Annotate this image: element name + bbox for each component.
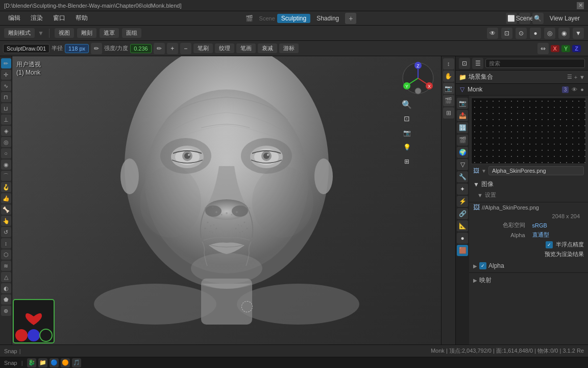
alpha-section-header[interactable]: ▶ ✓ Alpha	[473, 261, 584, 270]
object-select-icon[interactable]: ●	[580, 86, 584, 93]
mode-dropdown[interactable]: 雕刻模式	[4, 28, 35, 38]
draw-face-sets-tool[interactable]: ⬟	[1, 294, 11, 305]
image-dropdown-arrow[interactable]: ▼	[481, 168, 486, 174]
material-mode-icon[interactable]: ◎	[544, 28, 555, 39]
close-button[interactable]: ✕	[577, 2, 584, 9]
crease-tool[interactable]: ⌒	[1, 171, 11, 181]
tab-sculpting[interactable]: Sculpting	[277, 14, 310, 23]
camera-btn[interactable]: 📷	[400, 126, 413, 140]
face-sets-btn[interactable]: 面组	[122, 28, 141, 38]
modifier-prop-tab[interactable]: 🔧	[457, 171, 468, 182]
rendered-mode-icon[interactable]: ◉	[558, 28, 570, 39]
scene-filter-btn[interactable]: ☰	[567, 74, 572, 80]
brush-btn[interactable]: 笔刷	[193, 43, 213, 53]
color-space-value[interactable]: sRGB	[532, 222, 580, 228]
menu-item-edit[interactable]: 编辑	[4, 13, 24, 24]
music-app[interactable]: 🎵	[72, 358, 81, 367]
particles-prop-tab[interactable]: ✦	[457, 183, 468, 195]
material-prop-tab[interactable]: ●	[457, 233, 468, 244]
mask-brush-tool[interactable]: ◐	[1, 283, 11, 293]
scene-select-icon[interactable]: Scene	[519, 13, 530, 24]
render-mode-icon[interactable]: ⊙	[516, 28, 527, 39]
props-search-input[interactable]	[485, 59, 585, 68]
hand-tool-btn[interactable]: ✋	[443, 71, 454, 82]
folder-app[interactable]: 📁	[38, 358, 47, 367]
xray-icon[interactable]: ⊡	[501, 28, 512, 39]
grid-btn[interactable]: ⊞	[400, 155, 413, 168]
render-prop-tab[interactable]: 📷	[457, 98, 468, 109]
object-expand-icon[interactable]: ▽	[460, 86, 464, 93]
snake-hook-tool[interactable]: 🪝	[1, 182, 11, 192]
nudge-tool[interactable]: 👆	[1, 216, 11, 226]
add-tab-button[interactable]: +	[345, 13, 356, 24]
output-prop-tab[interactable]: 📤	[457, 110, 468, 121]
fill-tool[interactable]: ⊔	[1, 103, 11, 113]
texture-btn[interactable]: 纹理	[215, 43, 234, 53]
move-tool-btn[interactable]: ↕	[443, 58, 454, 70]
transform-tool[interactable]: ⊕	[1, 306, 11, 316]
data-prop-tab[interactable]: 📐	[457, 220, 468, 232]
object-visible-icon[interactable]: 👁	[572, 86, 577, 93]
axis-gizmo[interactable]: Z X Y	[400, 60, 436, 96]
radius-edit-icon[interactable]: ✏	[91, 43, 102, 54]
render-btn[interactable]: 🎬	[443, 95, 454, 106]
light-btn[interactable]: 💡	[400, 141, 413, 154]
search-icon[interactable]: 🔍	[532, 13, 544, 24]
draw-tool[interactable]: ✏	[1, 58, 11, 68]
half-float-checkbox[interactable]: ✓	[546, 241, 553, 248]
strength-value[interactable]: 0.236	[130, 44, 152, 53]
scene-more-btn[interactable]: ▼	[579, 74, 585, 80]
simplify-tool[interactable]: △	[1, 272, 11, 282]
mask-btn[interactable]: 遮罩	[100, 28, 119, 38]
grid-tool-btn[interactable]: ⊞	[443, 107, 454, 119]
smooth-tool[interactable]: ∿	[1, 81, 11, 91]
texture-prop-tab[interactable]: 🟫	[457, 245, 468, 256]
overlay-icon[interactable]: 👁	[487, 28, 498, 39]
sculpt-btn[interactable]: 雕刻	[77, 28, 96, 38]
strength-edit-icon[interactable]: ✏	[154, 43, 165, 54]
alpha-type-value[interactable]: 直通型	[532, 231, 580, 239]
menu-item-render[interactable]: 渲染	[27, 13, 47, 24]
stroke-btn[interactable]: 笔画	[236, 43, 256, 53]
viewport[interactable]: 用户透视 (1) Monk Z X	[12, 56, 441, 344]
solid-mode-icon[interactable]: ●	[530, 28, 541, 39]
scene-add-btn[interactable]: +	[574, 74, 577, 80]
boundary-tool[interactable]: ⬡	[1, 249, 11, 260]
viewport-icon[interactable]: ⬜	[506, 13, 517, 24]
viewport-options-icon[interactable]: ▼	[573, 28, 584, 39]
settings-subheader[interactable]: ▼ 设置	[469, 190, 588, 200]
pinch-tool[interactable]: ◎	[1, 137, 11, 147]
physics-prop-tab[interactable]: ⚡	[457, 196, 468, 207]
object-prop-tab[interactable]: ▽	[457, 159, 468, 170]
tab-shading[interactable]: Shading	[312, 14, 343, 23]
symmetry-icon[interactable]: ⇔	[537, 43, 549, 54]
inflate-tool[interactable]: ○	[1, 148, 11, 158]
subtract-icon[interactable]: −	[180, 43, 191, 54]
axis-z-btn[interactable]: Z	[572, 45, 581, 52]
cursor-tool[interactable]: ✛	[1, 70, 11, 80]
brush-name-field[interactable]: SculptDraw.001	[3, 44, 50, 53]
cloth-tool[interactable]: ≋	[1, 261, 11, 271]
world-prop-tab[interactable]: 🌍	[457, 147, 468, 158]
pose-tool[interactable]: 🦴	[1, 204, 11, 215]
view-type-btn[interactable]: ☰	[472, 58, 483, 69]
alpha-enabled-checkbox[interactable]: ✓	[479, 262, 486, 269]
blender-app[interactable]: 🐉	[27, 358, 36, 367]
mapping-section-header[interactable]: ▶ 映射	[473, 275, 584, 286]
browser-app[interactable]: 🔵	[50, 358, 59, 367]
blob-tool[interactable]: ◉	[1, 159, 11, 170]
camera-tool-btn[interactable]: 📷	[443, 83, 454, 94]
rotate-tool[interactable]: ↺	[1, 227, 11, 237]
multiplane-tool[interactable]: ◈	[1, 126, 11, 136]
cursor-btn[interactable]: 游标	[279, 43, 299, 53]
add-icon[interactable]: +	[167, 43, 178, 54]
view-btn[interactable]: 视图	[55, 28, 74, 38]
filter-icon-btn[interactable]: ⊡	[459, 58, 470, 69]
scene-prop-tab[interactable]: 🎬	[457, 134, 468, 146]
chrome-app[interactable]: 🟠	[61, 358, 70, 367]
constraints-prop-tab[interactable]: 🔗	[457, 208, 468, 219]
slide-relax-tool[interactable]: ↕	[1, 238, 11, 248]
menu-item-help[interactable]: 帮助	[71, 13, 92, 24]
radius-value[interactable]: 118 px	[65, 44, 89, 53]
view-all-btn[interactable]: ⊡	[400, 112, 413, 125]
